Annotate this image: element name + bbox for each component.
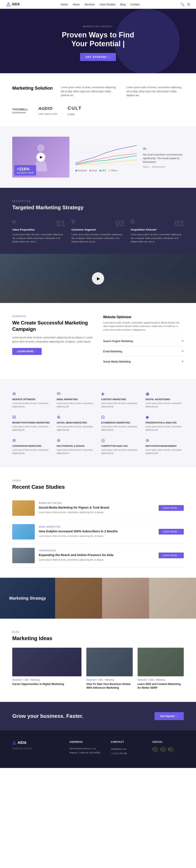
hero-section: MARKETING AGENCY Proven Ways to Find You… bbox=[0, 9, 196, 73]
service-desc-7: Lorem ipsum dolor sit amet, consectetur … bbox=[146, 425, 184, 432]
footer-contact-title: CONTACT bbox=[111, 741, 142, 743]
accordion-item-1[interactable]: Email Marketing + bbox=[103, 346, 184, 356]
service-item-10: ◎ COMPETITOR ANALYSIS Lorem ipsum dolor … bbox=[101, 438, 140, 455]
service-title-0: WEBSITE OPTIMIZER bbox=[12, 398, 51, 401]
video-banner-play-button[interactable]: ▶ bbox=[92, 272, 104, 285]
case-study-item-2: CONVERSIONS Expanding the Reach and Onli… bbox=[12, 544, 184, 567]
case-study-item-1: EMAIL MARKETING How Dolphin Increased 25… bbox=[12, 520, 184, 544]
targeted-num-1: 02 bbox=[116, 219, 125, 228]
service-desc-5: Lorem ipsum dolor sit amet, consectetur … bbox=[57, 425, 95, 432]
services-section: ⊕ WEBSITE OPTIMIZER Lorem ipsum dolor si… bbox=[0, 379, 196, 467]
targeted-num-2: 03 bbox=[175, 219, 184, 228]
strip-image-person bbox=[55, 578, 102, 619]
legend-others: Others bbox=[109, 169, 117, 172]
stats-quote: ✉ My email subscribers increased very si… bbox=[143, 146, 184, 168]
video-play-button[interactable]: ▶ bbox=[36, 153, 45, 162]
service-item-0: ⊕ WEBSITE OPTIMIZER Lorem ipsum dolor si… bbox=[12, 391, 51, 408]
footer-social-title: SOCIAL bbox=[153, 741, 184, 743]
accordion-item-2[interactable]: Social Media Marketing + bbox=[103, 356, 184, 367]
case-study-category-2: CONVERSIONS bbox=[39, 550, 155, 552]
logo-audio: AUDIO Label Agency 2020 bbox=[38, 106, 57, 116]
logo-text: AIDA bbox=[12, 2, 20, 6]
blog-meta-1: December 7, 2021 · Marketing bbox=[86, 679, 132, 681]
nav-item-contact[interactable]: Contact bbox=[130, 3, 140, 6]
footer-social-col: SOCIAL f t in bbox=[153, 741, 184, 756]
case-study-image-0 bbox=[12, 500, 35, 516]
nav-item-about[interactable]: About bbox=[73, 3, 80, 6]
ms-text-2: Lorem ipsum dolor sit amet, consectetur … bbox=[126, 86, 184, 97]
cta-button[interactable]: Get Started → bbox=[155, 712, 184, 720]
svg-point-1 bbox=[37, 144, 44, 152]
service-icon-8: ⊗ bbox=[12, 438, 51, 443]
campaign-learn-button[interactable]: LEARN MORE → bbox=[12, 348, 42, 355]
strip-image-marketing: Marketing Strategy bbox=[0, 578, 55, 619]
service-item-8: ⊗ CONVERSION MARKETING Lorem ipsum dolor… bbox=[12, 438, 51, 455]
campaign-right: Website Optimizer Lorem ipsum dolor sit … bbox=[103, 315, 184, 367]
service-title-6: ECOMMERCE MARKETING bbox=[101, 422, 140, 424]
cta-title: Grow your business. Faster. bbox=[12, 713, 83, 719]
footer-email-link[interactable]: helo@aida.com bbox=[111, 747, 142, 751]
search-icon[interactable]: 🔍 bbox=[181, 2, 185, 6]
nav-item-blog[interactable]: Blog bbox=[120, 3, 125, 6]
case-study-btn-0[interactable]: LEARN MORE → bbox=[159, 505, 184, 511]
accordion-item-0[interactable]: Search Engine Marketing + bbox=[103, 336, 184, 346]
blog-grid: December 7, 2021 · Marketing Career Oppo… bbox=[12, 648, 184, 690]
service-desc-6: Lorem ipsum dolor sit amet, consectetur … bbox=[101, 425, 140, 432]
case-study-desc-1: Lorem ipsum dolor sit amet, consectetur … bbox=[39, 534, 155, 538]
service-desc-1: Lorem ipsum dolor sit amet, consectetur … bbox=[57, 402, 95, 408]
social-link-linkedin[interactable]: in bbox=[168, 747, 174, 752]
campaign-right-desc: Lorem ipsum dolor sit amet, consectetur … bbox=[103, 321, 184, 332]
hero-cta-button[interactable]: GET STARTED → bbox=[80, 53, 116, 61]
social-link-twitter[interactable]: t bbox=[160, 747, 166, 752]
service-icon-10: ◎ bbox=[101, 438, 140, 443]
campaign-right-title: Website Optimizer bbox=[103, 315, 184, 319]
footer-address: 404 Nowhere Avenue, Los Angeles, Califor… bbox=[69, 747, 101, 755]
campaign-left: CAMPAIGN We Create Successful Marketing … bbox=[12, 315, 93, 367]
case-studies-section: CASES Recent Case Studies BRAND ACTIVATI… bbox=[0, 467, 196, 578]
nav-item-home[interactable]: Home bbox=[61, 3, 68, 6]
service-icon-7: ◆ bbox=[146, 414, 184, 420]
chart-legend: Facebook Email SEO Others bbox=[76, 169, 137, 172]
nav-item-services[interactable]: Services bbox=[84, 3, 95, 6]
case-study-btn-2[interactable]: LEARN MORE → bbox=[159, 553, 184, 558]
service-title-3: DIGITAL ADVERTISING bbox=[146, 398, 184, 401]
footer: AIDA Powered by SuzieJ.AI ADDRESS 404 No… bbox=[0, 730, 196, 768]
ms-logos: TACOBELL supermarket AUDIO Label Agency … bbox=[12, 103, 184, 118]
service-title-8: CONVERSION MARKETING bbox=[12, 445, 51, 447]
social-link-facebook[interactable]: f bbox=[153, 747, 158, 752]
targeted-tag: DESCRIPTION bbox=[12, 200, 184, 202]
blog-title-2: Learn SEO and Content Marketing for Bett… bbox=[138, 682, 184, 690]
case-study-title-2: Expanding the Reach and Online Presence … bbox=[39, 553, 155, 557]
stats-chart-svg bbox=[76, 143, 137, 167]
service-title-1: EMAIL MARKETING bbox=[57, 398, 95, 401]
service-title-9: MULTIVARIATE & DESIGN bbox=[57, 445, 95, 447]
menu-icon[interactable]: ☰ bbox=[187, 2, 190, 6]
quote-author: Sams — Entrepreneur bbox=[143, 165, 184, 168]
blog-card-0: December 7, 2021 · Marketing Career Oppo… bbox=[12, 648, 81, 690]
footer-top: AIDA Powered by SuzieJ.AI ADDRESS 404 No… bbox=[12, 741, 184, 756]
service-title-4: BRAND POSITIONING MARKETING bbox=[12, 422, 51, 424]
strip-image-writing bbox=[149, 578, 196, 619]
service-desc-0: Lorem ipsum dolor sit amet, consectetur … bbox=[12, 402, 51, 408]
targeted-card-0: ◇ 01 Value Proposition Lorem ipsum dolor… bbox=[12, 219, 65, 244]
service-desc-4: Lorem ipsum dolor sit amet, consectetur … bbox=[12, 425, 51, 432]
stats-badge-label: Increase in leads bbox=[17, 172, 34, 174]
case-studies-tag: CASES bbox=[12, 479, 184, 482]
blog-card-1: December 7, 2021 · Marketing How To Take… bbox=[86, 648, 132, 690]
navbar: AIDA Home About Services Case Studies Bl… bbox=[0, 0, 196, 9]
blog-image-1 bbox=[86, 648, 132, 676]
play-icon: ▶ bbox=[40, 155, 42, 159]
service-desc-3: Lorem ipsum dolor sit amet, consectetur … bbox=[146, 402, 184, 408]
accordion-icon-2: + bbox=[182, 360, 184, 364]
legend-email: Email bbox=[89, 169, 97, 172]
logo[interactable]: AIDA bbox=[6, 2, 20, 6]
case-study-btn-1[interactable]: LEARN MORE → bbox=[159, 529, 184, 534]
stats-section: ▶ +216% Increase in leads Facebook bbox=[0, 126, 196, 188]
nav-item-cases[interactable]: Case Studies bbox=[100, 3, 115, 6]
case-study-title-0: Social Media Marketing for Pigeon & Tusk… bbox=[39, 505, 155, 509]
image-strip-section: Marketing Strategy bbox=[0, 578, 196, 619]
footer-address-col: ADDRESS 404 Nowhere Avenue, Los Angeles,… bbox=[69, 741, 101, 756]
service-desc-8: Lorem ipsum dolor sit amet, consectetur … bbox=[12, 448, 51, 455]
social-links: f t in bbox=[153, 747, 184, 752]
footer-phone-link[interactable]: +1-213-700-780 bbox=[111, 751, 142, 756]
